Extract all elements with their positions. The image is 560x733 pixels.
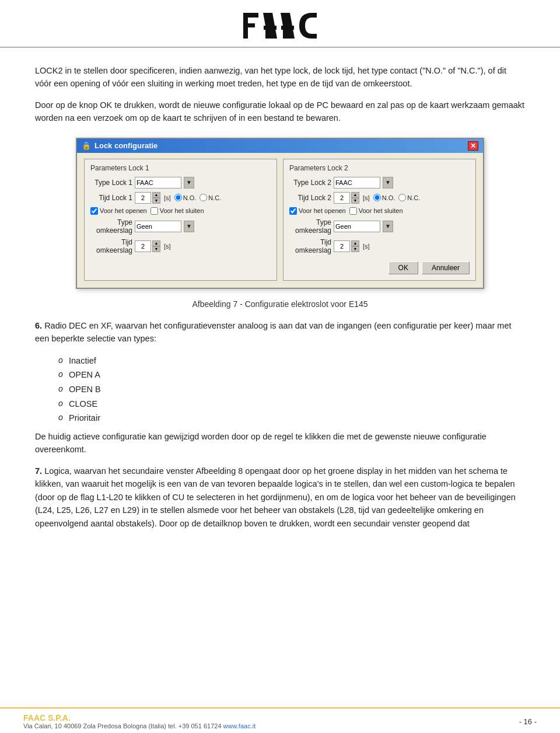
lock2-time-row: Tijd Lock 2 ▲ ▼ [s] N.O. <box>289 192 470 204</box>
lock2-type-label: Type Lock 2 <box>289 179 331 187</box>
section7-number: 7. <box>35 466 42 476</box>
lock1-reverse-time-input[interactable] <box>135 240 151 252</box>
list-item: oInactief <box>58 354 525 368</box>
lock2-reverse-type-row: Type omkeerslag ▼ <box>289 218 470 235</box>
lock2-time-input[interactable] <box>334 192 350 204</box>
lock-config-dialog: 🔒 Lock configuratie ✕ Parameters Lock 1 … <box>76 138 484 289</box>
lock2-radio-nc-text: N.C. <box>407 194 420 201</box>
lock1-time-label: Tijd Lock 1 <box>90 194 132 202</box>
lock1-time-up[interactable]: ▲ <box>152 192 160 198</box>
item-open-b: OPEN B <box>69 382 101 397</box>
dialog-body: Parameters Lock 1 Type Lock 1 ▼ Tijd Loc… <box>77 153 483 288</box>
section6-number: 6. <box>35 321 42 330</box>
lock1-time-row: Tijd Lock 1 ▲ ▼ [s] N.O. <box>90 192 271 204</box>
lock2-reverse-type-input[interactable] <box>334 221 380 232</box>
lock1-close-text: Voor het sluiten <box>160 207 204 214</box>
lock2-reverse-time-label: Tijd omkeerslag <box>289 238 331 254</box>
lock2-reverse-time-input[interactable] <box>334 240 350 252</box>
lock2-radio-no-label[interactable]: N.O. <box>373 194 396 201</box>
lock1-type-input[interactable] <box>135 177 181 189</box>
lock1-close-checkbox[interactable] <box>150 207 158 215</box>
lock1-open-text: Voor het openen <box>100 207 147 214</box>
lock1-reverse-type-label: Type omkeerslag <box>90 218 132 235</box>
page-footer: FAAC S.P.A. Via Calari, 10 40069 Zola Pr… <box>0 707 560 733</box>
lock1-type-label: Type Lock 1 <box>90 179 132 187</box>
lock2-radio-group: N.O. N.C. <box>373 194 421 201</box>
dialog-buttons-area: OK Annuleer <box>289 261 470 274</box>
lock2-close-text: Voor het sluiten <box>359 207 403 214</box>
lock1-reverse-spinner-btns: ▲ ▼ <box>152 240 160 252</box>
lock2-time-spinner-btns: ▲ ▼ <box>351 192 359 204</box>
lock1-time-input[interactable] <box>135 192 151 204</box>
lock1-reverse-spinner: ▲ ▼ <box>135 240 160 252</box>
lock1-radio-no-text: N.O. <box>183 194 197 201</box>
lock1-reverse-type-input[interactable] <box>135 221 181 232</box>
item-open-a: OPEN A <box>69 368 100 382</box>
lock1-reverse-type-arrow[interactable]: ▼ <box>184 221 194 232</box>
lock2-time-up[interactable]: ▲ <box>351 192 359 198</box>
lock1-time-unit: [s] <box>164 194 171 201</box>
lock1-panel: Parameters Lock 1 Type Lock 1 ▼ Tijd Loc… <box>84 159 277 281</box>
dialog-titlebar-left: 🔒 Lock configuratie <box>82 141 158 150</box>
lock1-open-checkbox[interactable] <box>90 207 98 215</box>
lock1-reverse-time-down[interactable]: ▼ <box>152 246 160 252</box>
lock2-reverse-time-up[interactable]: ▲ <box>351 240 359 246</box>
lock2-time-down[interactable]: ▼ <box>351 198 359 204</box>
lock1-type-dropdown-arrow[interactable]: ▼ <box>184 177 194 189</box>
lock1-radio-group: N.O. N.C. <box>174 194 222 201</box>
svg-rect-5 <box>265 13 270 39</box>
lock2-reverse-spinner-btns: ▲ ▼ <box>351 240 359 252</box>
svg-rect-2 <box>243 23 255 27</box>
item-inactief: Inactief <box>69 354 96 368</box>
lock1-radio-nc-label[interactable]: N.C. <box>200 194 221 201</box>
section6-body: Radio DEC en XF, waarvan het configurati… <box>35 321 512 343</box>
dialog-titlebar: 🔒 Lock configuratie ✕ <box>77 139 483 153</box>
lock1-reverse-time-label: Tijd omkeerslag <box>90 238 132 254</box>
lock1-radio-no-label[interactable]: N.O. <box>174 194 197 201</box>
lock2-close-label[interactable]: Voor het sluiten <box>349 207 403 215</box>
footer-page-number: - 16 - <box>519 717 537 726</box>
footer-address: Via Calari, 10 40069 Zola Predosa Bologn… <box>23 722 256 729</box>
figure-caption: Afbeelding 7 - Configuratie elektroslot … <box>35 299 525 309</box>
lock1-open-label[interactable]: Voor het openen <box>90 207 147 215</box>
dialog-close-button[interactable]: ✕ <box>468 141 478 151</box>
lock1-reverse-time-up[interactable]: ▲ <box>152 240 160 246</box>
lock2-close-checkbox[interactable] <box>349 207 357 215</box>
lock2-open-checkbox[interactable] <box>289 207 297 215</box>
lock1-radio-no[interactable] <box>174 194 182 201</box>
lock2-radio-nc-label[interactable]: N.C. <box>398 194 420 201</box>
lock-icon: 🔒 <box>82 141 91 150</box>
lock2-type-row: Type Lock 2 ▼ <box>289 177 470 189</box>
footer-website[interactable]: www.faac.it <box>223 722 256 729</box>
lock2-reverse-time-down[interactable]: ▼ <box>351 246 359 252</box>
lock2-reverse-type-arrow[interactable]: ▼ <box>383 221 393 232</box>
lock2-time-label: Tijd Lock 2 <box>289 194 331 202</box>
footer-address-text: Via Calari, 10 40069 Zola Predosa Bologn… <box>23 722 222 729</box>
list-item: oCLOSE <box>58 397 525 411</box>
lock2-reverse-time-row: Tijd omkeerslag ▲ ▼ [s] <box>289 238 470 254</box>
lock1-reverse-type-row: Type omkeerslag ▼ <box>90 218 271 235</box>
lock1-radio-nc[interactable] <box>200 194 207 201</box>
ok-button[interactable]: OK <box>388 261 418 274</box>
lock2-reverse-spinner: ▲ ▼ <box>334 240 359 252</box>
section7-text: 7. Logica, waarvan het secundaire venste… <box>35 465 525 530</box>
lock1-radio-nc-text: N.C. <box>208 194 221 201</box>
lock2-checkbox-row: Voor het openen Voor het sluiten <box>289 207 470 215</box>
page-content: LOCK2 in te stellen door specificeren, i… <box>0 48 560 550</box>
lock1-close-label[interactable]: Voor het sluiten <box>150 207 204 215</box>
lock1-time-down[interactable]: ▼ <box>152 198 160 204</box>
lock2-radio-no[interactable] <box>373 194 381 201</box>
footer-brand: FAAC S.P.A. <box>23 713 256 722</box>
item-prioritair: Prioritair <box>69 411 100 425</box>
dialog-title: Lock configuratie <box>94 141 158 150</box>
svg-rect-1 <box>243 13 258 18</box>
lock2-radio-nc[interactable] <box>398 194 406 201</box>
lock2-type-input[interactable] <box>334 177 380 189</box>
footer-left: FAAC S.P.A. Via Calari, 10 40069 Zola Pr… <box>23 713 256 729</box>
lock2-open-label[interactable]: Voor het openen <box>289 207 346 215</box>
list-item: oOPEN A <box>58 368 525 382</box>
lock2-type-dropdown-arrow[interactable]: ▼ <box>383 177 393 189</box>
section6-text: 6. Radio DEC en XF, waarvan het configur… <box>35 319 525 345</box>
cancel-button[interactable]: Annuleer <box>422 261 470 274</box>
lock1-type-row: Type Lock 1 ▼ <box>90 177 271 189</box>
